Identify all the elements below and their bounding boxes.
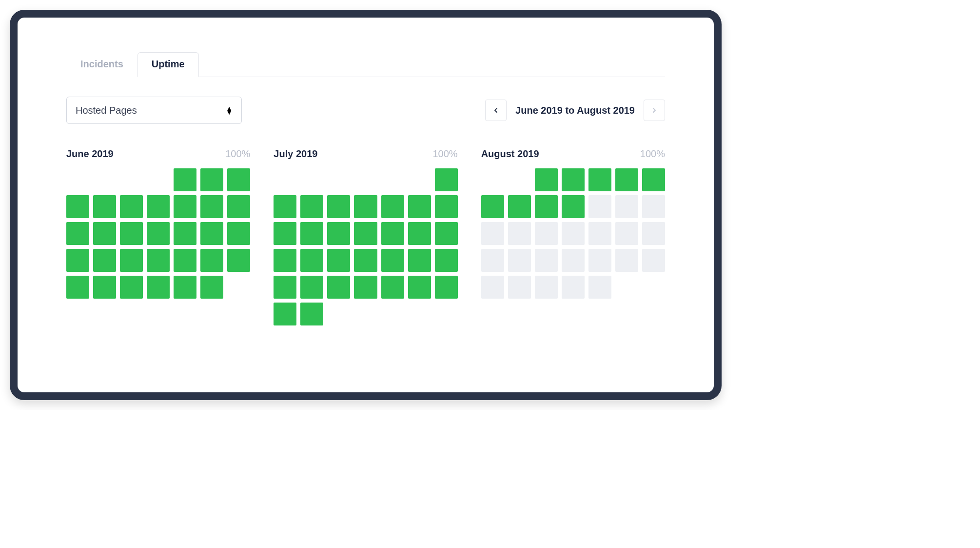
calendar-day[interactable] xyxy=(227,168,250,191)
calendar-day[interactable] xyxy=(508,249,531,272)
calendar-day[interactable] xyxy=(408,276,431,299)
calendar-day[interactable] xyxy=(300,276,323,299)
calendar-day[interactable] xyxy=(408,195,431,218)
calendar-day[interactable] xyxy=(93,276,116,299)
calendar-day[interactable] xyxy=(93,249,116,272)
calendar-day[interactable] xyxy=(274,249,296,272)
calendar-day[interactable] xyxy=(381,222,404,245)
calendar-day[interactable] xyxy=(588,222,611,245)
calendar-day[interactable] xyxy=(200,249,223,272)
calendar-day[interactable] xyxy=(147,249,170,272)
calendar-day[interactable] xyxy=(615,195,638,218)
calendar-day[interactable] xyxy=(562,249,585,272)
calendar-day[interactable] xyxy=(274,222,296,245)
tab-uptime[interactable]: Uptime xyxy=(137,52,199,77)
calendar-day[interactable] xyxy=(200,276,223,299)
calendar-day[interactable] xyxy=(535,195,558,218)
calendar-day[interactable] xyxy=(327,222,350,245)
calendar-day[interactable] xyxy=(481,249,504,272)
calendar-day[interactable] xyxy=(327,195,350,218)
calendar-day[interactable] xyxy=(274,195,296,218)
calendar-day[interactable] xyxy=(408,249,431,272)
calendar-day[interactable] xyxy=(300,195,323,218)
controls-row: Hosted Pages ▲▼ June 2019 to August 2019 xyxy=(66,97,665,124)
calendar-day[interactable] xyxy=(200,222,223,245)
calendar-day[interactable] xyxy=(588,276,611,299)
prev-range-button[interactable] xyxy=(485,100,507,121)
calendar-day[interactable] xyxy=(481,222,504,245)
calendar-day[interactable] xyxy=(588,195,611,218)
calendar-day[interactable] xyxy=(354,276,377,299)
calendar-day[interactable] xyxy=(562,276,585,299)
calendar-day[interactable] xyxy=(535,249,558,272)
calendar-day[interactable] xyxy=(300,249,323,272)
calendar-day[interactable] xyxy=(535,222,558,245)
calendar-day[interactable] xyxy=(174,195,196,218)
calendar-day[interactable] xyxy=(147,222,170,245)
calendar-day[interactable] xyxy=(615,222,638,245)
calendar-day[interactable] xyxy=(147,276,170,299)
calendar-day[interactable] xyxy=(508,195,531,218)
calendar-day[interactable] xyxy=(381,276,404,299)
next-range-button[interactable] xyxy=(644,100,665,121)
calendar-day[interactable] xyxy=(174,276,196,299)
calendar-day[interactable] xyxy=(354,195,377,218)
calendar-day[interactable] xyxy=(200,195,223,218)
calendar-day[interactable] xyxy=(300,303,323,325)
calendar-day[interactable] xyxy=(174,168,196,191)
calendar-day[interactable] xyxy=(481,195,504,218)
calendar-day[interactable] xyxy=(120,195,143,218)
select-caret-icon: ▲▼ xyxy=(226,106,233,114)
calendar-day[interactable] xyxy=(227,222,250,245)
calendar-day[interactable] xyxy=(642,168,665,191)
calendar-day[interactable] xyxy=(274,303,296,325)
calendar-day[interactable] xyxy=(535,168,558,191)
calendar-day[interactable] xyxy=(354,222,377,245)
calendar-day[interactable] xyxy=(615,249,638,272)
service-select[interactable]: Hosted Pages ▲▼ xyxy=(66,97,242,124)
calendar-day[interactable] xyxy=(615,168,638,191)
month-uptime-pct: 100% xyxy=(433,148,458,160)
calendar-day[interactable] xyxy=(120,276,143,299)
calendar-day[interactable] xyxy=(66,276,89,299)
calendar-day[interactable] xyxy=(93,222,116,245)
calendar-day[interactable] xyxy=(642,195,665,218)
calendar-day[interactable] xyxy=(588,168,611,191)
calendar-day[interactable] xyxy=(300,222,323,245)
calendar-day[interactable] xyxy=(66,249,89,272)
calendar-day[interactable] xyxy=(227,249,250,272)
calendar-day[interactable] xyxy=(588,249,611,272)
calendar-day[interactable] xyxy=(535,276,558,299)
calendar-day[interactable] xyxy=(642,222,665,245)
calendar-day[interactable] xyxy=(327,276,350,299)
calendar-day[interactable] xyxy=(274,276,296,299)
calendar-day[interactable] xyxy=(120,249,143,272)
calendar-day[interactable] xyxy=(481,276,504,299)
calendar-day[interactable] xyxy=(227,195,250,218)
calendar-day[interactable] xyxy=(200,168,223,191)
calendar-day[interactable] xyxy=(435,276,458,299)
calendar-day[interactable] xyxy=(147,195,170,218)
calendar-day[interactable] xyxy=(66,222,89,245)
calendar-day[interactable] xyxy=(435,168,458,191)
calendar-day[interactable] xyxy=(435,222,458,245)
calendar-day[interactable] xyxy=(327,249,350,272)
calendar-day[interactable] xyxy=(93,195,116,218)
calendar-day[interactable] xyxy=(174,222,196,245)
calendar-day[interactable] xyxy=(562,195,585,218)
calendar-day[interactable] xyxy=(435,195,458,218)
calendar-day[interactable] xyxy=(435,249,458,272)
calendar-day[interactable] xyxy=(508,276,531,299)
calendar-day[interactable] xyxy=(562,168,585,191)
calendar-day[interactable] xyxy=(120,222,143,245)
tab-incidents[interactable]: Incidents xyxy=(66,52,137,77)
calendar-day[interactable] xyxy=(174,249,196,272)
calendar-day[interactable] xyxy=(66,195,89,218)
calendar-day[interactable] xyxy=(562,222,585,245)
calendar-day[interactable] xyxy=(381,249,404,272)
calendar-day[interactable] xyxy=(354,249,377,272)
calendar-day[interactable] xyxy=(408,222,431,245)
calendar-day[interactable] xyxy=(642,249,665,272)
calendar-day[interactable] xyxy=(508,222,531,245)
calendar-day[interactable] xyxy=(381,195,404,218)
